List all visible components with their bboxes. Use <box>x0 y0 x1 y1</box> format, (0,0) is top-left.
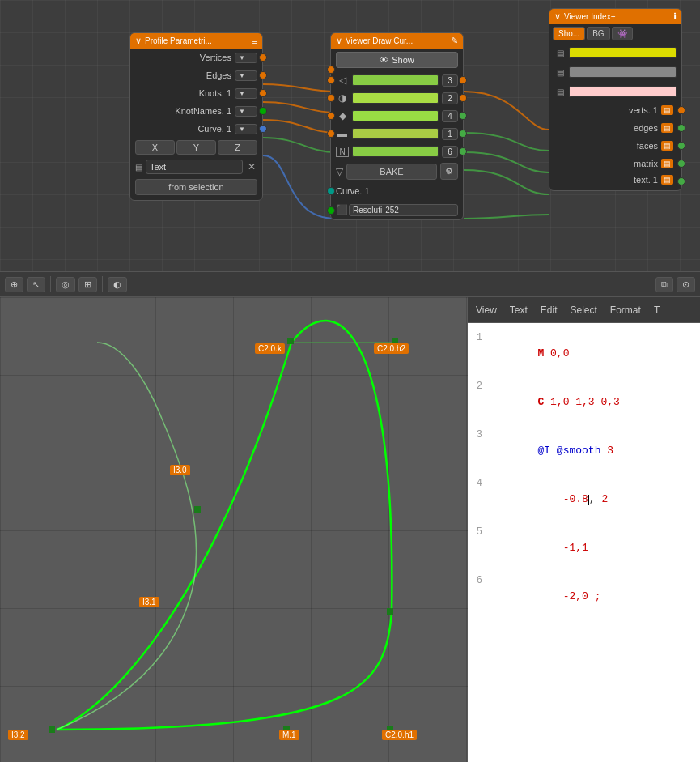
row3-swatch[interactable] <box>352 110 439 121</box>
vi-swatch-2[interactable] <box>569 66 677 78</box>
knotnames-socket <box>259 107 267 115</box>
code-1: M 0,0 <box>487 330 569 378</box>
toolbar-divider-1 <box>50 276 51 292</box>
row2-num[interactable]: 2 <box>442 92 458 104</box>
row4-num[interactable]: 1 <box>442 128 458 140</box>
vi-swatch-3[interactable] <box>569 86 677 97</box>
text-socket-btn: ▤ <box>661 175 673 185</box>
row5-right-socket <box>459 147 467 155</box>
faces-socket-btn: ▤ <box>661 141 673 151</box>
toolbar-cursor-btn[interactable]: ⊕ <box>5 277 23 292</box>
text-editor-toolbar: View Text Edit Select Format T <box>468 297 700 323</box>
from-selection-button[interactable]: from selection <box>135 179 257 195</box>
row1-swatch[interactable] <box>352 74 439 86</box>
tab-bg[interactable]: BG <box>587 27 609 40</box>
menu-view[interactable]: View <box>473 303 500 317</box>
code-space <box>550 445 557 457</box>
vi-title: Viewer Index+ <box>561 12 673 21</box>
y-button[interactable]: Y <box>176 140 216 155</box>
overlay-icon: ⧉ <box>661 279 668 290</box>
knots-label: Knots. 1 <box>134 88 235 98</box>
gizmo-icon: ⊙ <box>682 279 689 290</box>
vi-swatch-1[interactable] <box>569 47 677 58</box>
code-at-i: @I <box>537 445 550 457</box>
row1-icon: ◁ <box>336 74 349 86</box>
code-num-1: 0,0 <box>544 347 569 360</box>
toolbar-grid-btn[interactable]: ⊞ <box>78 277 97 292</box>
toolbar-right: ⧉ ⊙ <box>655 277 695 292</box>
menu-t[interactable]: T <box>651 303 663 317</box>
row5-swatch[interactable] <box>352 146 439 157</box>
vi-collapse-icon[interactable]: ∨ <box>554 11 561 22</box>
row5-num[interactable]: 6 <box>442 146 458 158</box>
row4-icon: ▬ <box>336 128 349 139</box>
code-num-2: 1,0 1,3 0,3 <box>544 396 620 408</box>
node-profile-title: Profile Parametri... <box>142 36 252 45</box>
bake-extra-button[interactable]: ⚙ <box>440 163 458 180</box>
row2-swatch[interactable] <box>352 92 439 104</box>
resol-field[interactable]: Resoluti 252 <box>349 204 458 216</box>
text-field[interactable]: Text <box>146 160 243 174</box>
tab-extra[interactable]: 👾 <box>612 27 633 40</box>
x-button[interactable]: X <box>135 140 175 155</box>
show-label: Show <box>392 55 414 65</box>
z-button[interactable]: Z <box>218 140 257 155</box>
edges-dropdown[interactable]: ▼ <box>235 70 257 81</box>
menu-edit[interactable]: Edit <box>537 303 561 317</box>
code-num-6: -2,0 ; <box>537 590 600 602</box>
text-editor-content[interactable]: 1 M 0,0 2 C 1,0 1,3 0,3 3 @I @smooth 3 4… <box>468 323 700 762</box>
node-profile-header: ∨ Profile Parametri... ≡ <box>130 33 262 49</box>
curve-row-label: Curve. 1 <box>336 186 458 196</box>
tab-show[interactable]: Sho... <box>553 27 585 40</box>
vi-output-edges: edges ▤ <box>549 119 681 137</box>
row2-icon: ◑ <box>336 92 349 104</box>
label-i31: I3.1 <box>139 597 159 607</box>
menu-text[interactable]: Text <box>507 303 531 317</box>
vi-icon-2: ▤ <box>554 68 566 77</box>
viewer-show-button[interactable]: 👁 Show <box>336 52 458 68</box>
menu-select[interactable]: Select <box>567 303 600 317</box>
knotnames-dropdown[interactable]: ▼ <box>235 106 257 117</box>
resol-socket <box>327 206 335 215</box>
text-clear-button[interactable]: ✕ <box>246 161 257 172</box>
svg-rect-4 <box>387 608 393 615</box>
toolbar-shading-btn[interactable]: ◐ <box>108 277 127 292</box>
code-5: -1,1 <box>487 524 588 573</box>
vi-info-icon[interactable]: ℹ <box>673 11 677 22</box>
toolbar-gizmo-btn[interactable]: ⊙ <box>677 277 695 292</box>
toolbar: ⊕ ↖ ◎ ⊞ ◐ ⧉ ⊙ <box>0 271 700 297</box>
toolbar-overlay-btn[interactable]: ⧉ <box>655 277 673 292</box>
curve-editor: C2.0.k C2.0.h2 I3.0 I3.1 I3.2 M.1 C2.0.h… <box>0 297 468 762</box>
vi-color-row-3: ▤ <box>549 82 681 101</box>
toolbar-select-btn[interactable]: ↖ <box>27 277 45 292</box>
code-2: C 1,0 1,3 0,3 <box>487 378 620 427</box>
menu-format[interactable]: Format <box>607 303 644 317</box>
code-num-4a: -0.8 <box>537 493 588 505</box>
text-socket <box>677 177 685 185</box>
matrix-label: matrix <box>556 159 661 168</box>
node-profile-menu-icon[interactable]: ≡ <box>252 36 257 46</box>
text-field-icon: ▤ <box>135 163 142 172</box>
code-num-4b: 2 <box>596 493 609 505</box>
row4-swatch[interactable] <box>352 128 439 139</box>
vi-color-row-1: ▤ <box>549 43 681 62</box>
vertices-dropdown[interactable]: ▼ <box>235 53 257 63</box>
row3-num[interactable]: 4 <box>442 110 458 122</box>
xyz-row: X Y Z <box>130 138 262 157</box>
code-num-3: 3 <box>600 445 613 457</box>
svg-rect-1 <box>287 338 294 344</box>
row1-num[interactable]: 3 <box>442 74 458 87</box>
verts-socket-btn: ▤ <box>661 105 673 115</box>
viewer-color-row-4: ▬ 1 <box>331 125 463 143</box>
row1-right-socket <box>459 76 467 84</box>
node-row-knots: Knots. 1 ▼ <box>130 84 262 102</box>
viewer-curve-row: Curve. 1 <box>331 182 463 200</box>
label-m1: M.1 <box>279 730 299 740</box>
node-viewer-draw-collapse[interactable]: ∨ <box>336 36 342 46</box>
toolbar-orbit-btn[interactable]: ◎ <box>56 277 75 292</box>
curve-dropdown[interactable]: ▼ <box>235 124 257 134</box>
node-collapse-icon[interactable]: ∨ <box>135 36 142 46</box>
knots-dropdown[interactable]: ▼ <box>235 88 257 99</box>
verts-socket <box>677 106 685 114</box>
bake-button[interactable]: BAKE <box>346 164 437 180</box>
